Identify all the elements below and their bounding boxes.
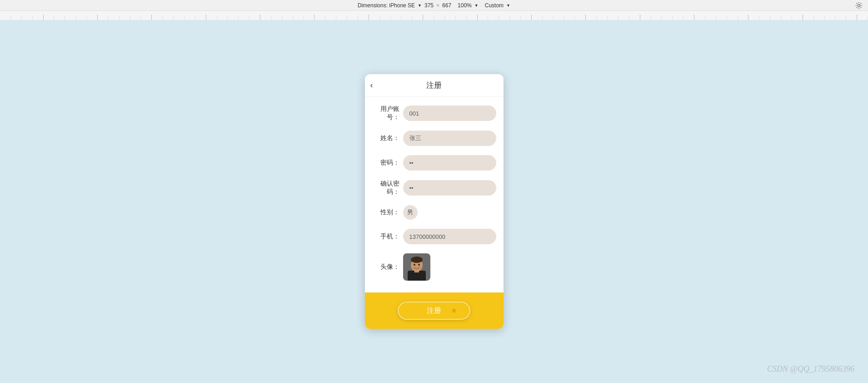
- dimensions-dropdown-arrow[interactable]: ▼: [418, 3, 422, 8]
- gender-button[interactable]: 男: [403, 205, 418, 220]
- top-toolbar: Dimensions: iPhone SE ▼ 375 × 667 100% ▼…: [0, 0, 868, 11]
- page-title: 注册: [426, 80, 442, 91]
- avatar-image: [403, 253, 430, 281]
- back-icon: ‹: [370, 81, 373, 90]
- register-button-label: 注册: [427, 306, 441, 316]
- zoom-dropdown[interactable]: ▼: [474, 3, 479, 8]
- ruler: // Render ruler ticks const ruler = docu…: [0, 11, 868, 20]
- dimensions-label: Dimensions: iPhone SE: [358, 2, 415, 9]
- phone-header: ‹ 注册: [365, 74, 504, 97]
- name-label: 姓名：: [372, 134, 399, 142]
- name-input[interactable]: [403, 131, 496, 146]
- zoom-value: 100%: [458, 2, 472, 9]
- avatar-label: 头像：: [372, 263, 399, 271]
- width-value: 375: [424, 2, 434, 9]
- password-row: 密码：: [372, 151, 496, 175]
- confirm-password-input[interactable]: [403, 180, 496, 196]
- settings-icon[interactable]: [855, 2, 863, 9]
- svg-point-6: [414, 264, 415, 266]
- avatar-row: 头像：: [372, 249, 496, 285]
- toolbar-right: [855, 2, 863, 9]
- account-row: 用户账号：: [372, 101, 496, 126]
- x-separator: ×: [436, 2, 439, 9]
- svg-point-7: [418, 264, 420, 266]
- custom-dropdown[interactable]: ▼: [506, 3, 510, 8]
- watermark: CSDN @QQ_1795806396: [767, 364, 854, 374]
- password-label: 密码：: [372, 159, 399, 167]
- phone-frame: ‹ 注册 用户账号： 姓名： 密码： 确认密码：: [365, 74, 504, 329]
- confirm-password-label: 确认密码：: [372, 180, 399, 196]
- confirm-password-row: 确认密码：: [372, 175, 496, 201]
- account-input[interactable]: [403, 106, 496, 121]
- account-label: 用户账号：: [372, 105, 399, 121]
- height-value: 667: [442, 2, 451, 9]
- form-content: 用户账号： 姓名： 密码： 确认密码： 性别： 男: [365, 97, 504, 292]
- name-row: 姓名：: [372, 126, 496, 151]
- back-button[interactable]: ‹: [370, 81, 373, 90]
- phone-row: 手机：: [372, 224, 496, 249]
- gender-row: 性别： 男: [372, 201, 496, 224]
- main-area: ‹ 注册 用户账号： 姓名： 密码： 确认密码：: [0, 20, 868, 383]
- gender-label: 性别：: [372, 208, 399, 217]
- toolbar-center: Dimensions: iPhone SE ▼ 375 × 667 100% ▼…: [358, 2, 510, 9]
- phone-bottom: 注册: [365, 292, 504, 329]
- svg-point-0: [858, 4, 860, 6]
- phone-input[interactable]: [403, 229, 496, 244]
- phone-label: 手机：: [372, 232, 399, 241]
- custom-label: Custom: [485, 2, 504, 9]
- svg-point-5: [411, 257, 423, 263]
- password-input[interactable]: [403, 155, 496, 171]
- avatar-picker[interactable]: [403, 253, 430, 281]
- register-button[interactable]: 注册: [398, 302, 470, 320]
- gender-value: 男: [407, 208, 413, 217]
